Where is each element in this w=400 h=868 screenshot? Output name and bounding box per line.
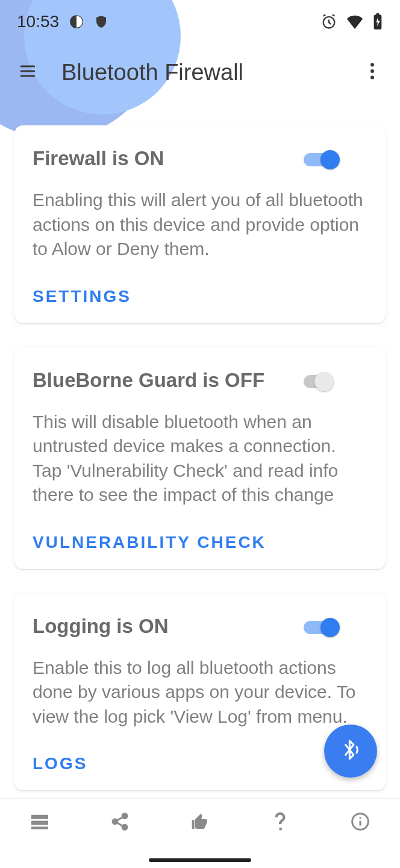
battery-icon <box>372 13 383 30</box>
firewall-card-description: Enabling this will alert you of all blue… <box>33 188 367 262</box>
menu-button[interactable] <box>11 55 45 89</box>
blueborne-card-description: This will disable bluetooth when an untr… <box>33 410 367 508</box>
svg-point-16 <box>359 817 361 819</box>
logging-card-title: Logging is ON <box>33 615 304 638</box>
wifi-icon <box>346 14 364 29</box>
svg-point-7 <box>357 749 358 750</box>
hamburger-icon <box>18 61 37 83</box>
svg-point-5 <box>370 69 374 73</box>
status-time: 10:53 <box>17 12 59 31</box>
svg-rect-9 <box>31 820 48 825</box>
status-bar: 10:53 <box>0 0 400 43</box>
do-not-disturb-icon <box>69 14 84 30</box>
bottom-nav-share[interactable] <box>80 799 160 846</box>
logs-button[interactable]: LOGS <box>33 754 367 773</box>
blueborne-card-title: BlueBorne Guard is OFF <box>33 369 304 392</box>
svg-point-4 <box>370 63 374 66</box>
share-icon <box>110 812 130 834</box>
page-title: Bluetooth Firewall <box>61 60 243 86</box>
more-vert-icon <box>370 63 375 82</box>
svg-point-13 <box>122 825 127 829</box>
svg-point-6 <box>370 75 374 79</box>
bluetooth-searching-icon <box>339 738 363 764</box>
bottom-nav-info[interactable] <box>320 799 400 846</box>
firewall-toggle[interactable] <box>304 150 337 167</box>
blueborne-card: BlueBorne Guard is OFF This will disable… <box>14 347 386 569</box>
info-icon <box>351 812 370 834</box>
gesture-handle <box>149 858 251 862</box>
svg-point-12 <box>113 819 117 824</box>
blueborne-toggle[interactable] <box>304 372 337 389</box>
bottom-nav <box>0 798 400 846</box>
bluetooth-scan-fab[interactable] <box>324 725 377 778</box>
svg-rect-8 <box>31 814 48 819</box>
firewall-card-title: Firewall is ON <box>33 147 304 170</box>
bottom-nav-list[interactable] <box>0 799 80 846</box>
list-icon <box>30 813 50 832</box>
help-icon <box>274 811 286 834</box>
svg-point-11 <box>122 813 127 818</box>
alarm-icon <box>320 13 337 30</box>
vulnerability-check-button[interactable]: VULNERABILITY CHECK <box>33 533 367 552</box>
settings-button[interactable]: SETTINGS <box>33 287 367 306</box>
overflow-menu-button[interactable] <box>355 55 389 89</box>
logging-card-description: Enable this to log all bluetooth actions… <box>33 656 367 729</box>
firewall-card: Firewall is ON Enabling this will alert … <box>14 125 386 323</box>
bottom-nav-help[interactable] <box>240 799 320 846</box>
thumbs-up-icon <box>190 812 210 834</box>
app-bar: Bluetooth Firewall <box>0 43 400 101</box>
bottom-nav-like[interactable] <box>160 799 240 846</box>
logging-toggle[interactable] <box>304 618 337 635</box>
shield-icon <box>94 13 108 30</box>
svg-rect-10 <box>31 826 48 829</box>
svg-rect-3 <box>376 13 379 16</box>
